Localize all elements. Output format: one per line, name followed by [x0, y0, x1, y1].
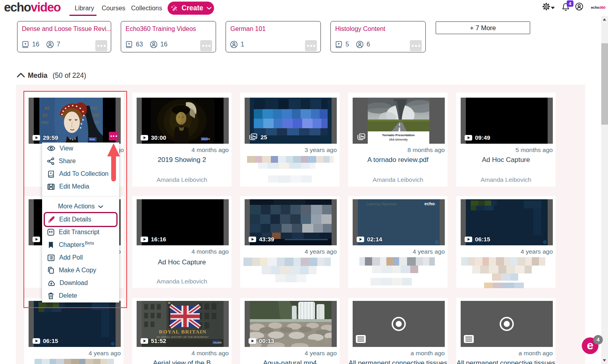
svg-text:ROYAL BRITAIN: ROYAL BRITAIN	[159, 329, 207, 335]
svg-text:USA University: USA University	[389, 138, 408, 141]
svg-text:Tornado Presentation: Tornado Presentation	[382, 133, 415, 137]
svg-text:COLLAGE: COLLAGE	[213, 342, 222, 344]
svg-text:COLLAGE: COLLAGE	[202, 138, 210, 140]
